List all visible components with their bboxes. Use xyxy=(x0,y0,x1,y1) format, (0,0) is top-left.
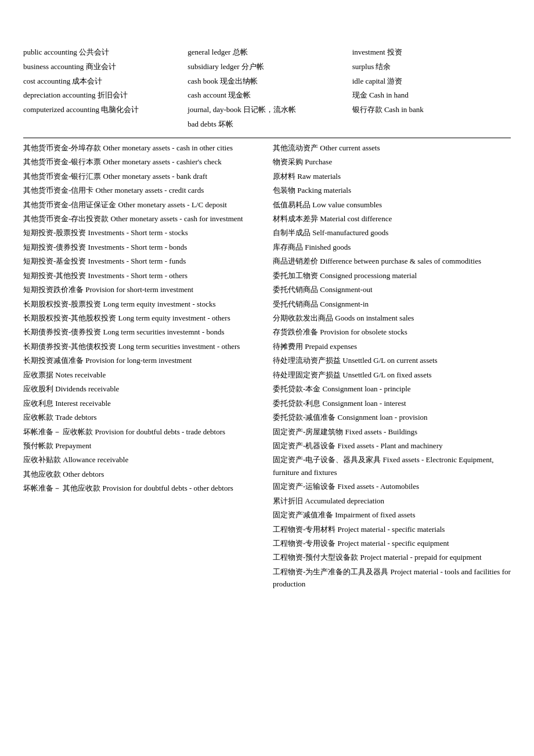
list-item: 工程物资-预付大型设备款 Project material - prepaid … xyxy=(273,551,511,563)
right-column: 其他流动资产 Other current assets物资采购 Purchase… xyxy=(273,142,511,591)
list-item: 短期投资-基金投资 Investments - Short term - fun… xyxy=(23,255,261,267)
list-item: 短期投资-债券投资 Investments - Short term - bon… xyxy=(23,241,261,253)
list-item: 固定资产-运输设备 Fixed assets - Automobiles xyxy=(273,480,511,492)
list-item: 商品进销差价 Difference between purchase & sal… xyxy=(273,255,511,267)
list-item: 应收股利 Dividends receivable xyxy=(23,383,261,395)
list-item: 工程物资-为生产准备的工具及器具 Project material - tool… xyxy=(273,566,511,591)
list-item: 其他货币资金-外埠存款 Other monetary assets - cash… xyxy=(23,142,261,154)
list-item: 低值易耗品 Low value consumbles xyxy=(273,199,511,211)
top-item: computerized accounting 电脑化会计 xyxy=(23,104,182,116)
list-item: 短期投资-其他投资 Investments - Short term - oth… xyxy=(23,269,261,282)
list-item: 其他货币资金-银行汇票 Other monetary assets - bank… xyxy=(23,170,261,182)
top-item: cash account 现金帐 xyxy=(187,89,346,102)
list-item: 物资采购 Purchase xyxy=(273,156,511,168)
top-item: subsidiary ledger 分户帐 xyxy=(187,61,346,73)
list-item: 待处理流动资产损益 Unsettled G/L on current asset… xyxy=(273,354,511,366)
list-item: 短期投资-股票投资 Investments - Short term - sto… xyxy=(23,226,261,239)
top-item: idle capital 游资 xyxy=(352,75,511,88)
list-item: 其他货币资金-信用证保证金 Other monetary assets - L/… xyxy=(23,199,261,211)
list-item: 库存商品 Finished goods xyxy=(273,241,511,253)
top-item: cash book 现金出纳帐 xyxy=(187,75,346,88)
list-item: 材料成本差异 Material cost difference xyxy=(273,213,511,225)
list-item: 委托贷款-减值准备 Consignment loan - provision xyxy=(273,411,511,423)
list-item: 预付帐款 Prepayment xyxy=(23,440,261,452)
list-item: 待摊费用 Prepaid expenses xyxy=(273,340,511,352)
list-item: 短期投资跌价准备 Provision for short-term invest… xyxy=(23,283,261,296)
list-item: 应收补贴款 Allowance receivable xyxy=(23,453,261,466)
list-item: 原材料 Raw materials xyxy=(273,170,511,182)
list-item: 长期债券投资-其他债权投资 Long term securities inves… xyxy=(23,340,261,352)
list-item: 自制半成品 Self-manufactured goods xyxy=(273,226,511,239)
top-section: public accounting 公共会计business accountin… xyxy=(23,46,511,131)
list-item: 待处理固定资产损益 Unsettled G/L on fixed assets xyxy=(273,369,511,381)
list-item: 其他货币资金-银行本票 Other monetary assets - cash… xyxy=(23,156,261,168)
left-column: 其他货币资金-外埠存款 Other monetary assets - cash… xyxy=(23,142,261,591)
list-item: 坏帐准备－ 其他应收款 Provision for doubtful debts… xyxy=(23,482,261,494)
list-item: 长期股权投资-其他股权投资 Long term equity investmen… xyxy=(23,312,261,324)
list-item: 固定资产-机器设备 Fixed assets - Plant and machi… xyxy=(273,440,511,452)
list-item: 委托贷款-本金 Consignment loan - principle xyxy=(273,383,511,395)
list-item: 其他货币资金-信用卡 Other monetary assets - credi… xyxy=(23,184,261,196)
list-item: 工程物资-专用设备 Project material - specific eq… xyxy=(273,537,511,549)
list-item: 其他货币资金-存出投资款 Other monetary assets - cas… xyxy=(23,213,261,225)
list-item: 应收帐款 Trade debtors xyxy=(23,411,261,423)
list-item: 长期投资减值准备 Provision for long-term investm… xyxy=(23,354,261,366)
top-item: general ledger 总帐 xyxy=(187,46,346,59)
list-item: 固定资产-房屋建筑物 Fixed assets - Buildings xyxy=(273,426,511,438)
list-item: 分期收款发出商品 Goods on instalment sales xyxy=(273,312,511,324)
top-item: bad debts 坏帐 xyxy=(187,118,346,131)
list-item: 其他流动资产 Other current assets xyxy=(273,142,511,154)
top-item: 现金 Cash in hand xyxy=(352,89,511,102)
top-col-1: public accounting 公共会计business accountin… xyxy=(23,46,182,131)
list-item: 应收利息 Interest receivable xyxy=(23,397,261,409)
top-item: surplus 结余 xyxy=(352,61,511,73)
list-item: 应收票据 Notes receivable xyxy=(23,369,261,381)
list-item: 长期债券投资-债券投资 Long term securities investe… xyxy=(23,326,261,338)
top-item: investment 投资 xyxy=(352,46,511,59)
list-item: 固定资产减值准备 Impairment of fixed assets xyxy=(273,509,511,521)
list-item: 其他应收款 Other debtors xyxy=(23,468,261,480)
list-item: 委托加工物资 Consigned processiong material xyxy=(273,269,511,282)
top-item: business accounting 商业会计 xyxy=(23,61,182,73)
top-item: public accounting 公共会计 xyxy=(23,46,182,59)
divider xyxy=(23,138,511,138)
top-col-2: general ledger 总帐subsidiary ledger 分户帐ca… xyxy=(187,46,346,131)
list-item: 坏帐准备－ 应收帐款 Provision for doubtful debts … xyxy=(23,426,261,438)
list-item: 受托代销商品 Consignment-in xyxy=(273,298,511,310)
list-item: 累计折旧 Accumulated depreciation xyxy=(273,495,511,507)
top-col-3: investment 投资surplus 结余idle capital 游资现金… xyxy=(352,46,511,131)
list-item: 包装物 Packing materials xyxy=(273,184,511,196)
list-item: 工程物资-专用材料 Project material - specific ma… xyxy=(273,523,511,535)
list-item: 长期股权投资-股票投资 Long term equity investment … xyxy=(23,298,261,310)
list-item: 固定资产-电子设备、器具及家具 Fixed assets - Electroni… xyxy=(273,453,511,478)
main-content: 其他货币资金-外埠存款 Other monetary assets - cash… xyxy=(23,142,511,591)
top-item: cost accounting 成本会计 xyxy=(23,75,182,88)
top-item: depreciation accounting 折旧会计 xyxy=(23,89,182,102)
list-item: 委托贷款-利息 Consignment loan - interest xyxy=(273,397,511,409)
top-item: 银行存款 Cash in bank xyxy=(352,104,511,116)
list-item: 委托代销商品 Consignment-out xyxy=(273,283,511,296)
list-item: 存货跌价准备 Provision for obsolete stocks xyxy=(273,326,511,338)
top-item: journal, day-book 日记帐，流水帐 xyxy=(187,104,346,116)
